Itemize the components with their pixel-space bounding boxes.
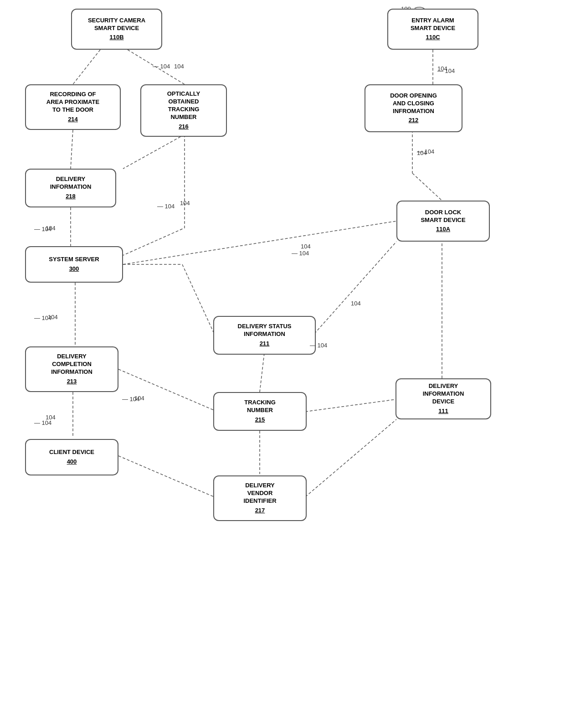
delivery-status-id: 211: [260, 340, 270, 348]
security-camera-label: SECURITY CAMERASMART DEVICE: [88, 17, 145, 32]
delivery-completion-node: DELIVERYCOMPLETIONINFORMATION 213: [25, 346, 118, 392]
svg-line-27: [118, 456, 214, 497]
delivery-info-device-id: 111: [438, 408, 448, 415]
recording-area-node: RECORDING OFAREA PROXIMATETO THE DOOR 21…: [25, 84, 121, 130]
conn-label-1: — 104: [153, 63, 170, 70]
delivery-info-device-label: DELIVERYINFORMATIONDEVICE: [423, 382, 464, 406]
optically-obtained-node: OPTICALLYOBTAINEDTRACKINGNUMBER 216: [140, 84, 227, 137]
tracking-number-node: TRACKINGNUMBER 215: [213, 392, 307, 431]
system-server-node: SYSTEM SERVER 300: [25, 246, 123, 283]
door-opening-node: DOOR OPENINGAND CLOSINGINFROMATION 212: [365, 84, 462, 132]
svg-text:104: 104: [180, 200, 190, 207]
svg-line-1: [73, 50, 100, 84]
conn-label-6: — 104: [34, 315, 51, 321]
door-lock-node: DOOR LOCKSMART DEVICE 110A: [396, 201, 490, 242]
delivery-info-label: DELIVERYINFORMATION: [50, 176, 92, 191]
entry-alarm-label: ENTRY ALARMSMART DEVICE: [411, 17, 455, 32]
entry-alarm-node: ENTRY ALARMSMART DEVICE 110C: [387, 9, 478, 50]
recording-area-label: RECORDING OFAREA PROXIMATETO THE DOOR: [46, 91, 99, 114]
svg-line-10: [123, 134, 185, 169]
svg-line-20: [260, 353, 264, 392]
client-device-node: CLIENT DEVICE 400: [25, 439, 118, 475]
delivery-vendor-node: DELIVERYVENDORIDENTIFIER 217: [213, 475, 307, 521]
conn-label-3: — 104: [417, 148, 434, 155]
delivery-status-label: DELIVERY STATUSINFORMATION: [238, 323, 292, 338]
system-server-id: 300: [69, 265, 79, 273]
system-server-label: SYSTEM SERVER: [49, 256, 99, 263]
conn-label-5: — 104: [34, 226, 51, 232]
delivery-completion-label: DELIVERYCOMPLETIONINFORMATION: [51, 353, 92, 376]
conn-label-2: — 104: [437, 67, 455, 74]
delivery-vendor-id: 217: [255, 507, 265, 515]
optically-obtained-id: 216: [179, 123, 189, 131]
conn-label-9: — 104: [122, 396, 139, 403]
delivery-info-id: 218: [66, 193, 76, 201]
door-opening-id: 212: [409, 117, 419, 124]
conn-label-4: — 104: [157, 203, 175, 210]
svg-line-18: [314, 242, 396, 334]
svg-line-25: [305, 399, 396, 412]
svg-line-9: [71, 130, 73, 169]
tracking-number-id: 215: [255, 416, 265, 424]
security-camera-id: 110B: [109, 34, 123, 41]
recording-area-id: 214: [68, 116, 78, 124]
conn-label-10: — 104: [34, 419, 51, 426]
patent-diagram: 100 104 104 104 104 104: [0, 0, 565, 728]
svg-text:104: 104: [174, 63, 184, 70]
door-opening-label: DOOR OPENINGAND CLOSINGINFROMATION: [390, 92, 437, 115]
client-device-id: 400: [67, 458, 77, 466]
delivery-vendor-label: DELIVERYVENDORIDENTIFIER: [243, 482, 276, 505]
delivery-info-node: DELIVERYINFORMATION 218: [25, 169, 116, 207]
delivery-completion-id: 213: [67, 378, 77, 386]
optically-obtained-label: OPTICALLYOBTAINEDTRACKINGNUMBER: [167, 90, 200, 121]
svg-line-8: [412, 173, 442, 201]
svg-text:104: 104: [351, 300, 361, 307]
conn-label-8: — 104: [310, 342, 327, 349]
client-device-label: CLIENT DEVICE: [49, 449, 94, 456]
svg-line-14: [123, 221, 396, 264]
svg-line-28: [305, 419, 396, 497]
security-camera-node: SECURITY CAMERASMART DEVICE 110B: [71, 9, 162, 50]
door-lock-id: 110A: [436, 226, 450, 233]
svg-text:104: 104: [301, 243, 311, 250]
conn-label-7: — 104: [292, 250, 309, 257]
delivery-info-device-node: DELIVERYINFORMATIONDEVICE 111: [396, 378, 491, 419]
entry-alarm-id: 110C: [426, 34, 440, 41]
door-lock-label: DOOR LOCKSMART DEVICE: [421, 209, 465, 224]
delivery-status-node: DELIVERY STATUSINFORMATION 211: [213, 316, 316, 355]
tracking-number-label: TRACKINGNUMBER: [244, 399, 276, 414]
svg-line-21: [118, 369, 214, 410]
